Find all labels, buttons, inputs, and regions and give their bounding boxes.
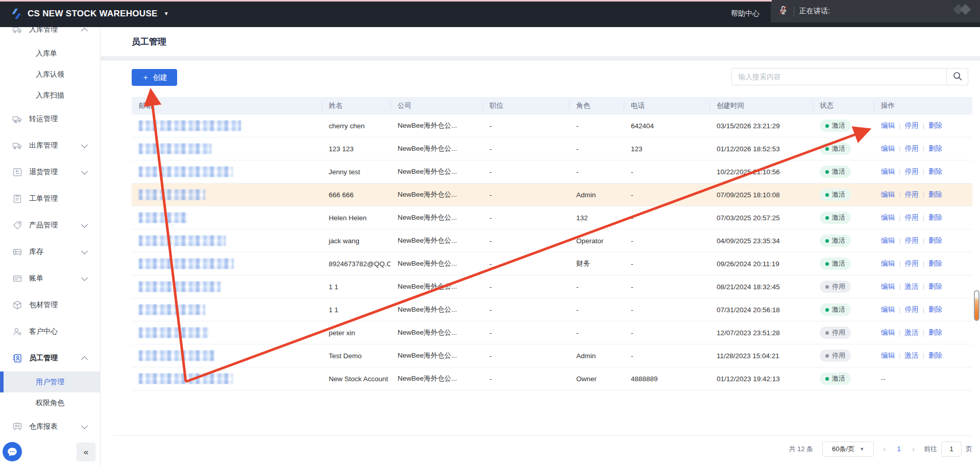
enable-action-link[interactable]: 激活 <box>905 329 919 336</box>
shelf-icon <box>12 247 22 257</box>
disable-action-link[interactable]: 停用 <box>905 260 919 267</box>
help-center-link[interactable]: 帮助中心 <box>731 9 760 18</box>
workspace-switcher[interactable]: CS NEW STOCK WAREHOUSE ▼ <box>10 8 169 20</box>
delete-action-link[interactable]: 删除 <box>928 237 942 244</box>
delete-action-link[interactable]: 删除 <box>928 329 942 336</box>
search-input[interactable] <box>732 68 946 85</box>
enable-action-link[interactable]: 激活 <box>905 283 919 290</box>
page-size-value: 60条/页 <box>832 445 854 454</box>
speaking-label: 正在讲话: <box>799 7 830 16</box>
page-size-select[interactable]: 60条/页 ▼ <box>822 441 874 457</box>
sidebar-item-8[interactable]: 产品管理 <box>0 212 100 239</box>
status-cell: 激活 <box>813 304 874 316</box>
sidebar-item-14[interactable]: 用户管理 <box>0 371 100 392</box>
prev-page-button[interactable]: ‹ <box>883 445 886 454</box>
delete-action-link[interactable]: 删除 <box>928 283 942 290</box>
edit-action-link[interactable]: 编辑 <box>881 237 895 244</box>
redacted-email <box>139 327 208 338</box>
action-separator: | <box>923 329 925 336</box>
sidebar-item-12[interactable]: 客户中心 <box>0 318 100 345</box>
sidebar-item-6[interactable]: 退货管理 <box>0 159 100 185</box>
microphone-muted-icon[interactable] <box>778 5 789 18</box>
top-bar: CS NEW STOCK WAREHOUSE ▼ 帮助中心 正在讲话: <box>0 0 980 27</box>
redacted-email <box>139 120 241 131</box>
sidebar-item-15[interactable]: 权限角色 <box>0 392 100 413</box>
current-page[interactable]: 1 <box>897 445 900 453</box>
delete-action-link[interactable]: 删除 <box>928 352 942 359</box>
disable-action-link[interactable]: 停用 <box>905 214 919 221</box>
vertical-scrollbar-thumb[interactable] <box>974 290 979 321</box>
delete-action-link[interactable]: 删除 <box>928 260 942 267</box>
edit-action-link[interactable]: 编辑 <box>881 168 895 175</box>
sidebar-item-13[interactable]: 员工管理 <box>0 345 100 371</box>
sidebar-item-label: 用户管理 <box>36 378 64 387</box>
delete-action-link[interactable]: 删除 <box>928 214 942 221</box>
sidebar-item-9[interactable]: 库存 <box>0 239 100 265</box>
sidebar-item-label: 转运管理 <box>29 114 58 124</box>
table-row-11: New Stock AccountNewBee海外仓公...-Owner4888… <box>132 367 972 390</box>
sidebar-item-7[interactable]: 工单管理 <box>0 185 100 212</box>
position-cell: - <box>482 237 569 245</box>
table-row-6: 8924673782@QQ.CO...NewBee海外仓公...-财务-09/2… <box>132 252 972 275</box>
disable-action-link[interactable]: 停用 <box>905 122 919 129</box>
enable-action-link[interactable]: 激活 <box>905 352 919 359</box>
create-button[interactable]: ＋ 创建 <box>132 69 177 86</box>
sidebar-item-label: 工单管理 <box>29 194 58 203</box>
delete-action-link[interactable]: 删除 <box>928 122 942 129</box>
sidebar-item-11[interactable]: 包材管理 <box>0 292 100 318</box>
delete-action-link[interactable]: 删除 <box>928 306 942 313</box>
sidebar-item-4[interactable]: 转运管理 <box>0 106 100 132</box>
sidebar-item-10[interactable]: 账单 <box>0 265 100 292</box>
edit-action-link[interactable]: 编辑 <box>881 214 895 221</box>
sidebar-item-16[interactable]: 仓库报表 <box>0 413 100 440</box>
disable-action-link[interactable]: 停用 <box>905 237 919 244</box>
next-page-button[interactable]: › <box>912 445 915 454</box>
column-header-2: 公司 <box>390 101 482 110</box>
role-cell: - <box>569 283 624 291</box>
position-cell: - <box>482 145 569 153</box>
action-separator: | <box>899 306 901 313</box>
edit-action-link[interactable]: 编辑 <box>881 283 895 290</box>
sidebar-item-0[interactable]: 入库管理 <box>0 27 100 43</box>
disable-action-link[interactable]: 停用 <box>905 145 919 152</box>
edit-action-link[interactable]: 编辑 <box>881 145 895 152</box>
chat-support-button[interactable] <box>3 442 22 461</box>
delete-action-link[interactable]: 删除 <box>928 168 942 175</box>
sidebar-item-2[interactable]: 入库认领 <box>0 64 100 85</box>
delete-action-link[interactable]: 删除 <box>928 191 942 198</box>
inbound-icon <box>12 27 22 35</box>
action-separator: | <box>923 168 925 175</box>
column-header-1: 姓名 <box>322 101 390 110</box>
table-row-7: 1 1NewBee海外仓公...---08/21/2024 18:32:45停用… <box>132 275 972 298</box>
goto-page-input[interactable] <box>941 441 962 457</box>
created-cell: 09/26/2024 20:11:19 <box>709 260 813 268</box>
disable-action-link[interactable]: 停用 <box>905 306 919 313</box>
pagination-bar: 共 12 条 60条/页 ▼ ‹ 1 › 前往 页 <box>113 435 972 462</box>
delete-action-link[interactable]: 删除 <box>928 145 942 152</box>
search-button[interactable] <box>946 68 968 85</box>
redacted-email <box>139 350 214 361</box>
sidebar-item-3[interactable]: 入库扫描 <box>0 85 100 106</box>
edit-action-link[interactable]: 编辑 <box>881 306 895 313</box>
status-cell: 停用 <box>813 281 874 293</box>
disable-action-link[interactable]: 停用 <box>905 168 919 175</box>
edit-action-link[interactable]: 编辑 <box>881 329 895 336</box>
collapse-icon: « <box>84 447 88 457</box>
search-box <box>731 68 968 85</box>
edit-action-link[interactable]: 编辑 <box>881 260 895 267</box>
sidebar-item-5[interactable]: 出库管理 <box>0 132 100 159</box>
meeting-app-logo-icon <box>950 3 973 20</box>
edit-action-link[interactable]: 编辑 <box>881 122 895 129</box>
role-cell: Admin <box>569 352 624 360</box>
sidebar-item-1[interactable]: 入库单 <box>0 43 100 64</box>
edit-action-link[interactable]: 编辑 <box>881 352 895 359</box>
disable-action-link[interactable]: 停用 <box>905 191 919 198</box>
edit-action-link[interactable]: 编辑 <box>881 191 895 198</box>
chevron-down-icon <box>81 423 88 429</box>
position-cell: - <box>482 191 569 199</box>
created-cell: 10/22/2025 21:10:56 <box>709 168 813 176</box>
email-cell <box>132 212 322 223</box>
transfer-icon <box>12 114 22 124</box>
redacted-email <box>139 189 205 200</box>
sidebar-collapse-button[interactable]: « <box>77 442 95 461</box>
